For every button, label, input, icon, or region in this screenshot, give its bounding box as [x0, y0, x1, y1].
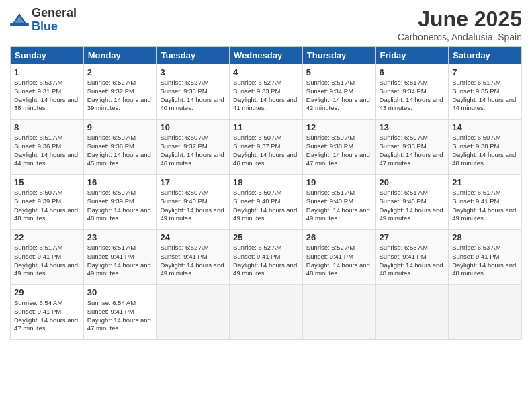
day-info: Sunrise: 6:51 AM Sunset: 9:40 PM Dayligh…	[380, 189, 445, 223]
day-info: Sunrise: 6:50 AM Sunset: 9:38 PM Dayligh…	[306, 134, 372, 168]
day-info: Sunrise: 6:50 AM Sunset: 9:38 PM Dayligh…	[452, 134, 518, 168]
calendar-week-2: 8 Sunrise: 6:51 AM Sunset: 9:36 PM Dayli…	[11, 120, 522, 175]
calendar-cell: 6 Sunrise: 6:51 AM Sunset: 9:34 PM Dayli…	[375, 64, 449, 120]
calendar-cell: 20 Sunrise: 6:51 AM Sunset: 9:40 PM Dayl…	[375, 175, 449, 230]
calendar-cell: 23 Sunrise: 6:51 AM Sunset: 9:41 PM Dayl…	[83, 230, 157, 285]
calendar-cell: 22 Sunrise: 6:51 AM Sunset: 9:41 PM Dayl…	[11, 230, 84, 285]
day-info: Sunrise: 6:51 AM Sunset: 9:41 PM Dayligh…	[14, 244, 80, 278]
day-number: 24	[160, 232, 226, 242]
calendar-cell: 8 Sunrise: 6:51 AM Sunset: 9:36 PM Dayli…	[11, 120, 84, 175]
day-number: 28	[452, 232, 518, 242]
month-title: June 2025	[398, 7, 522, 32]
day-number: 8	[14, 122, 80, 132]
day-number: 12	[306, 122, 372, 132]
logo-blue-text: Blue	[32, 20, 77, 34]
day-number: 10	[160, 122, 226, 132]
calendar-cell: 13 Sunrise: 6:50 AM Sunset: 9:38 PM Dayl…	[375, 120, 449, 175]
day-info: Sunrise: 6:53 AM Sunset: 9:41 PM Dayligh…	[380, 244, 445, 278]
day-info: Sunrise: 6:52 AM Sunset: 9:33 PM Dayligh…	[233, 79, 299, 113]
calendar-week-1: 1 Sunrise: 6:53 AM Sunset: 9:31 PM Dayli…	[11, 64, 522, 120]
logo-icon	[10, 11, 29, 30]
calendar-cell: 27 Sunrise: 6:53 AM Sunset: 9:41 PM Dayl…	[375, 230, 449, 285]
calendar-cell: 30 Sunrise: 6:54 AM Sunset: 9:41 PM Dayl…	[83, 285, 157, 340]
col-friday: Friday	[375, 47, 449, 64]
day-info: Sunrise: 6:50 AM Sunset: 9:37 PM Dayligh…	[160, 134, 226, 168]
day-number: 30	[87, 287, 153, 298]
day-info: Sunrise: 6:52 AM Sunset: 9:41 PM Dayligh…	[233, 244, 299, 278]
svg-rect-2	[10, 23, 29, 26]
calendar-week-3: 15 Sunrise: 6:50 AM Sunset: 9:39 PM Dayl…	[11, 175, 522, 230]
day-info: Sunrise: 6:51 AM Sunset: 9:41 PM Dayligh…	[87, 244, 153, 278]
day-number: 29	[14, 287, 80, 298]
day-number: 19	[306, 177, 372, 187]
day-number: 1	[14, 67, 80, 77]
day-info: Sunrise: 6:52 AM Sunset: 9:41 PM Dayligh…	[160, 244, 226, 278]
day-number: 18	[233, 177, 299, 187]
day-info: Sunrise: 6:51 AM Sunset: 9:41 PM Dayligh…	[452, 189, 518, 223]
day-number: 26	[306, 232, 372, 242]
day-number: 13	[380, 122, 445, 132]
calendar-cell: 12 Sunrise: 6:50 AM Sunset: 9:38 PM Dayl…	[302, 120, 375, 175]
col-wednesday: Wednesday	[230, 47, 303, 64]
logo-text: General Blue	[32, 7, 77, 34]
col-sunday: Sunday	[11, 47, 84, 64]
logo-general-text: General	[32, 7, 77, 20]
day-number: 21	[452, 177, 518, 187]
day-number: 4	[233, 67, 299, 77]
day-number: 2	[87, 67, 153, 77]
calendar-cell	[449, 285, 522, 340]
day-info: Sunrise: 6:52 AM Sunset: 9:33 PM Dayligh…	[160, 79, 226, 113]
calendar-cell: 14 Sunrise: 6:50 AM Sunset: 9:38 PM Dayl…	[449, 120, 522, 175]
calendar-cell	[302, 285, 375, 340]
day-info: Sunrise: 6:50 AM Sunset: 9:40 PM Dayligh…	[233, 189, 299, 223]
day-number: 5	[306, 67, 372, 77]
title-section: June 2025 Carboneros, Andalusia, Spain	[398, 7, 522, 42]
day-info: Sunrise: 6:50 AM Sunset: 9:37 PM Dayligh…	[233, 134, 299, 168]
day-info: Sunrise: 6:51 AM Sunset: 9:35 PM Dayligh…	[452, 79, 518, 113]
calendar-cell: 9 Sunrise: 6:50 AM Sunset: 9:36 PM Dayli…	[83, 120, 157, 175]
calendar-cell	[375, 285, 449, 340]
calendar-cell: 2 Sunrise: 6:52 AM Sunset: 9:32 PM Dayli…	[83, 64, 157, 120]
day-number: 6	[380, 67, 445, 77]
day-info: Sunrise: 6:51 AM Sunset: 9:34 PM Dayligh…	[380, 79, 445, 113]
calendar-cell: 15 Sunrise: 6:50 AM Sunset: 9:39 PM Dayl…	[11, 175, 84, 230]
day-info: Sunrise: 6:52 AM Sunset: 9:41 PM Dayligh…	[306, 244, 372, 278]
day-info: Sunrise: 6:54 AM Sunset: 9:41 PM Dayligh…	[14, 299, 80, 333]
day-number: 3	[160, 67, 226, 77]
calendar-cell: 10 Sunrise: 6:50 AM Sunset: 9:37 PM Dayl…	[157, 120, 230, 175]
day-number: 16	[87, 177, 153, 187]
header-row: Sunday Monday Tuesday Wednesday Thursday…	[11, 47, 522, 64]
day-info: Sunrise: 6:50 AM Sunset: 9:36 PM Dayligh…	[87, 134, 153, 168]
day-number: 25	[233, 232, 299, 242]
day-number: 23	[87, 232, 153, 242]
day-number: 11	[233, 122, 299, 132]
col-monday: Monday	[83, 47, 157, 64]
calendar-cell: 11 Sunrise: 6:50 AM Sunset: 9:37 PM Dayl…	[230, 120, 303, 175]
location: Carboneros, Andalusia, Spain	[398, 32, 522, 42]
day-number: 22	[14, 232, 80, 242]
day-number: 7	[452, 67, 518, 77]
calendar-cell: 25 Sunrise: 6:52 AM Sunset: 9:41 PM Dayl…	[230, 230, 303, 285]
day-info: Sunrise: 6:54 AM Sunset: 9:41 PM Dayligh…	[87, 299, 153, 333]
day-number: 17	[160, 177, 226, 187]
day-info: Sunrise: 6:53 AM Sunset: 9:41 PM Dayligh…	[452, 244, 518, 278]
calendar-cell: 3 Sunrise: 6:52 AM Sunset: 9:33 PM Dayli…	[157, 64, 230, 120]
day-info: Sunrise: 6:50 AM Sunset: 9:39 PM Dayligh…	[14, 189, 80, 223]
day-info: Sunrise: 6:50 AM Sunset: 9:39 PM Dayligh…	[87, 189, 153, 223]
calendar-week-4: 22 Sunrise: 6:51 AM Sunset: 9:41 PM Dayl…	[11, 230, 522, 285]
col-saturday: Saturday	[449, 47, 522, 64]
calendar-cell: 17 Sunrise: 6:50 AM Sunset: 9:40 PM Dayl…	[157, 175, 230, 230]
day-info: Sunrise: 6:53 AM Sunset: 9:31 PM Dayligh…	[14, 79, 80, 113]
header: General Blue June 2025 Carboneros, Andal…	[10, 7, 522, 42]
calendar-cell: 29 Sunrise: 6:54 AM Sunset: 9:41 PM Dayl…	[11, 285, 84, 340]
col-thursday: Thursday	[302, 47, 375, 64]
main-container: General Blue June 2025 Carboneros, Andal…	[0, 0, 532, 347]
day-info: Sunrise: 6:50 AM Sunset: 9:40 PM Dayligh…	[160, 189, 226, 223]
day-info: Sunrise: 6:51 AM Sunset: 9:40 PM Dayligh…	[306, 189, 372, 223]
calendar-cell: 28 Sunrise: 6:53 AM Sunset: 9:41 PM Dayl…	[449, 230, 522, 285]
day-info: Sunrise: 6:51 AM Sunset: 9:34 PM Dayligh…	[306, 79, 372, 113]
calendar-cell: 21 Sunrise: 6:51 AM Sunset: 9:41 PM Dayl…	[449, 175, 522, 230]
day-number: 27	[380, 232, 445, 242]
calendar-cell: 5 Sunrise: 6:51 AM Sunset: 9:34 PM Dayli…	[302, 64, 375, 120]
calendar-week-5: 29 Sunrise: 6:54 AM Sunset: 9:41 PM Dayl…	[11, 285, 522, 340]
